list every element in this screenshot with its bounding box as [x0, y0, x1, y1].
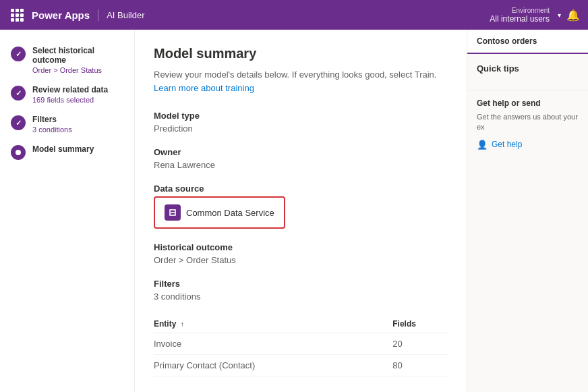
page-desc-text: Review your model's details below. If ev… — [154, 69, 436, 80]
entity-column-header: Entity ↑ — [154, 315, 392, 333]
step-content-3: Filters 3 conditions — [32, 115, 123, 134]
fields-column-header: Fields — [392, 315, 448, 333]
step-circle-3: ✓ — [11, 115, 26, 130]
step-content-1: Select historical outcome Order > Order … — [32, 46, 123, 74]
sort-icon: ↑ — [181, 320, 184, 328]
app-name: Power Apps — [32, 9, 98, 21]
content-area: Model summary Review your model's detail… — [135, 30, 467, 392]
notifications-icon[interactable]: 🔔 — [566, 9, 580, 22]
check-icon-1: ✓ — [16, 50, 22, 59]
page-title: Model summary — [154, 46, 448, 61]
help-section: Get help or send Get the answers us abou… — [467, 90, 588, 158]
model-type-value: Prediction — [154, 123, 448, 134]
cds-icon — [165, 204, 181, 221]
grid-icon — [8, 6, 26, 24]
step-circle-2: ✓ — [11, 86, 26, 101]
sidebar-item-review-related-data[interactable]: ✓ Review related data 169 fields selecte… — [0, 80, 134, 109]
check-icon-2: ✓ — [16, 89, 22, 98]
check-icon-3: ✓ — [16, 119, 22, 128]
fields-cell-invoice: 20 — [392, 333, 448, 355]
step-title-4: Model summary — [32, 144, 123, 154]
step-title-1: Select historical outcome — [32, 46, 123, 65]
help-title: Get help or send — [477, 99, 579, 108]
svg-rect-0 — [169, 209, 176, 216]
table-row: Invoice 20 — [154, 333, 448, 355]
fields-cell-contact: 80 — [392, 355, 448, 376]
page-description: Review your model's details below. If ev… — [154, 68, 448, 94]
table-row: Primary Contact (Contact) 80 — [154, 355, 448, 376]
entity-cell-invoice: Invoice — [154, 333, 392, 355]
sidebar-item-model-summary[interactable]: Model summary — [0, 139, 134, 165]
help-icon: 👤 — [477, 140, 488, 150]
learn-more-link[interactable]: Learn more about training — [154, 83, 254, 93]
step-subtitle-2: 169 fields selected — [32, 96, 123, 104]
owner-value: Rena Lawrence — [154, 160, 448, 170]
quick-tips-title: Quick tips — [477, 63, 579, 74]
environment-selector[interactable]: Environment All internal users — [490, 7, 550, 24]
environment-value: All internal users — [490, 14, 550, 24]
environment-label: Environment — [512, 7, 550, 14]
sidebar-item-select-historical-outcome[interactable]: ✓ Select historical outcome Order > Orde… — [0, 40, 134, 80]
entity-table: Entity ↑ Fields Invoice 20 Primary Conta… — [154, 315, 448, 376]
app-subtitle: AI Builder — [107, 10, 144, 20]
apps-grid-button[interactable] — [8, 6, 26, 24]
top-navigation: Power Apps AI Builder Environment All in… — [0, 0, 588, 30]
data-source-value: Common Data Service — [186, 208, 274, 218]
get-help-label: Get help — [492, 140, 522, 149]
sidebar-item-filters[interactable]: ✓ Filters 3 conditions — [0, 109, 134, 139]
right-panel: Contoso orders Quick tips Get help or se… — [467, 30, 588, 392]
right-panel-tab[interactable]: Contoso orders — [467, 30, 588, 54]
sidebar: ✓ Select historical outcome Order > Orde… — [0, 30, 135, 392]
main-layout: ✓ Select historical outcome Order > Orde… — [0, 30, 588, 392]
step-content-2: Review related data 169 fields selected — [32, 85, 123, 104]
model-type-label: Model type — [154, 111, 448, 121]
help-text: Get the answers us about your ex — [477, 112, 579, 133]
data-source-box: Common Data Service — [154, 196, 285, 229]
data-source-label: Data source — [154, 184, 448, 194]
entity-cell-contact: Primary Contact (Contact) — [154, 355, 392, 376]
filters-value: 3 conditions — [154, 291, 448, 302]
step-circle-1: ✓ — [11, 47, 26, 61]
filters-label: Filters — [154, 279, 448, 289]
historical-outcome-value: Order > Order Status — [154, 255, 448, 265]
step-content-4: Model summary — [32, 144, 123, 154]
quick-tips-section: Quick tips — [467, 54, 588, 90]
get-help-link[interactable]: 👤 Get help — [477, 140, 579, 150]
step-title-3: Filters — [32, 115, 123, 124]
svg-rect-1 — [171, 211, 175, 212]
step-subtitle-1: Order > Order Status — [32, 66, 123, 74]
svg-rect-2 — [171, 213, 175, 215]
step-title-2: Review related data — [32, 85, 123, 94]
chevron-down-icon: ▾ — [558, 11, 561, 19]
step-subtitle-3: 3 conditions — [32, 125, 123, 134]
owner-label: Owner — [154, 147, 448, 157]
step-circle-4 — [11, 145, 26, 160]
historical-outcome-label: Historical outcome — [154, 242, 448, 252]
active-dot-4 — [16, 150, 21, 155]
